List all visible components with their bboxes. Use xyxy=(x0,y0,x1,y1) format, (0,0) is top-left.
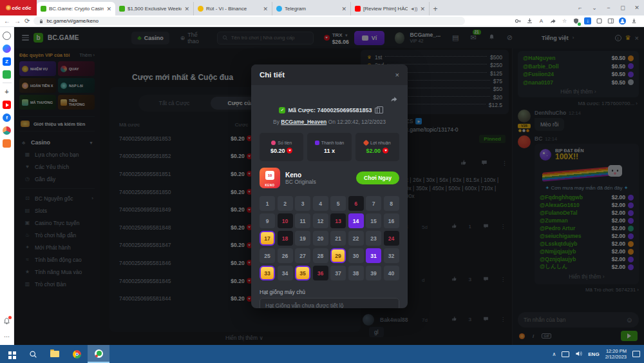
tray-network-icon[interactable] xyxy=(562,351,569,357)
tab-close-icon[interactable]: ✕ xyxy=(184,6,189,12)
forward-button[interactable]: → xyxy=(14,17,21,26)
keno-cell: 29 xyxy=(330,248,346,263)
keno-cell: 28 xyxy=(313,248,328,263)
stat-label: Thanh toán xyxy=(321,141,344,145)
reader-mode-icon[interactable]: ⌐ xyxy=(573,0,587,15)
sidebar-app-icon[interactable]: f xyxy=(3,113,11,122)
bet-details-modal: Chi tiết × ✓ Mã Cược: 74000250695581853 … xyxy=(251,64,408,308)
browser-tab[interactable]: Rút - Ví - Binance ✕ xyxy=(194,2,272,15)
minimize-button[interactable]: − xyxy=(601,0,616,15)
coccoc-brand-label: cốc cốc xyxy=(12,5,32,11)
profile-icon[interactable] xyxy=(619,17,626,25)
keno-cell: 3 xyxy=(295,196,310,211)
game-name: Keno xyxy=(285,172,316,179)
keno-game-icon[interactable]: 10KENO xyxy=(260,168,280,188)
start-button[interactable] xyxy=(0,345,22,363)
keno-cell: 17 xyxy=(260,231,275,246)
keno-cell: 23 xyxy=(366,231,381,246)
sidebar-app-icon[interactable] xyxy=(3,32,11,40)
stat-box: Thanh toán 11 x xyxy=(307,133,351,161)
bet-author-link[interactable]: BCGame_Heaven xyxy=(281,119,327,125)
coccoc-brand[interactable]: cốc cốc xyxy=(0,0,37,15)
tab-close-icon[interactable]: ✕ xyxy=(341,6,346,12)
sidebar-toggle-icon[interactable] xyxy=(607,17,614,25)
keno-cell: 19 xyxy=(295,231,310,246)
sidebar-app-icon[interactable]: + xyxy=(3,88,11,96)
close-button[interactable]: ✕ xyxy=(630,0,644,15)
stat-box: Số tiền $0.20 xyxy=(260,133,303,161)
url-box[interactable]: bc.game/vi/game/keno xyxy=(33,17,465,25)
tab-search-icon[interactable]: ⌄ xyxy=(587,0,601,15)
keno-cell: 35 xyxy=(295,266,310,280)
tray-language[interactable]: ENG xyxy=(588,351,599,357)
reload-button[interactable]: ⟳ xyxy=(24,17,30,26)
tab-close-icon[interactable]: ✕ xyxy=(106,6,111,12)
sidebar-app-icon[interactable] xyxy=(3,83,12,83)
file-explorer-button[interactable] xyxy=(44,345,66,363)
sidebar-app-icon[interactable] xyxy=(3,139,11,148)
downloads-icon[interactable] xyxy=(630,17,638,25)
action-center-icon[interactable] xyxy=(632,351,640,357)
browser-tab[interactable]: Telegram ✕ xyxy=(272,2,351,15)
browser-tab[interactable]: $1,500 Exclusive Weekend K ✕ xyxy=(115,2,194,15)
keno-cell: 40 xyxy=(384,266,399,280)
server-seed-value[interactable]: Hạt Giống vẫn chưa được tiết lộ xyxy=(260,298,399,308)
stat-value: 11 x xyxy=(324,148,335,154)
tray-clock[interactable]: 12:20 PM 2/12/2023 xyxy=(605,348,627,360)
tray-volume-icon[interactable] xyxy=(575,348,582,360)
share-icon[interactable] xyxy=(390,94,398,106)
sidebar-app-icon[interactable] xyxy=(3,44,11,53)
stat-icon xyxy=(271,141,276,145)
keno-cell: 1 xyxy=(260,196,275,211)
share-icon[interactable] xyxy=(549,17,556,25)
sidebar-app-icon[interactable]: Z xyxy=(3,57,11,66)
adblock-shield-icon[interactable] xyxy=(573,17,580,25)
key-icon[interactable] xyxy=(515,17,522,25)
extensions-icon[interactable] xyxy=(596,17,603,25)
play-now-button[interactable]: Chơi Ngay xyxy=(356,172,399,184)
keno-cell: 25 xyxy=(260,248,275,263)
browser-tab[interactable]: BC.Game: Crypto Casino Gan ✕ xyxy=(37,2,115,15)
keno-cell: 24 xyxy=(384,231,399,246)
keno-cell: 4 xyxy=(313,196,328,211)
taskbar-search-button[interactable] xyxy=(22,345,44,363)
keno-cell: 5 xyxy=(330,196,346,211)
back-button[interactable]: ← xyxy=(4,17,10,26)
tab-favicon xyxy=(355,6,361,12)
tab-favicon xyxy=(198,6,204,12)
notification-bell-icon[interactable] xyxy=(3,317,11,328)
sidebar-app-icon[interactable] xyxy=(3,126,11,135)
adblock-badge xyxy=(578,23,581,26)
bookmark-star-icon[interactable]: ☆ xyxy=(561,17,568,25)
keno-cell: 31 xyxy=(366,248,381,263)
bet-datetime: 12:20:42, 12/2/2023 xyxy=(337,119,386,125)
tab-favicon xyxy=(41,6,46,12)
sidebar-app-icon[interactable] xyxy=(3,70,11,79)
tab-audio-icon[interactable]: ◄)) xyxy=(410,6,418,11)
modal-title: Chi tiết xyxy=(260,71,395,79)
trx-coin-icon xyxy=(383,148,388,153)
tray-expand-icon[interactable]: ∧ xyxy=(552,351,556,357)
tab-favicon xyxy=(276,6,282,12)
coccoc-button[interactable] xyxy=(88,345,109,363)
maximize-button[interactable]: ◻ xyxy=(616,0,630,15)
keno-cell: 6 xyxy=(348,196,364,211)
sidebar-app-icon[interactable] xyxy=(3,101,11,109)
browser-tab[interactable]: [Review Phim] HÀO QUA ◄)) ✕ xyxy=(351,2,430,15)
new-tab-button[interactable]: + xyxy=(430,4,441,15)
stat-box: Lợi nhuận $2.00 xyxy=(355,133,399,161)
keno-cell: 36 xyxy=(313,266,328,280)
coccoc-mascot-icon xyxy=(6,5,11,10)
tab-close-icon[interactable]: ✕ xyxy=(420,6,425,12)
save-page-icon[interactable] xyxy=(526,17,533,25)
copy-icon[interactable] xyxy=(375,108,380,113)
sidebar-more-icon[interactable]: ⋯ xyxy=(0,333,14,340)
download-manager-icon[interactable]: ↓ xyxy=(584,17,591,25)
tab-title: $1,500 Exclusive Weekend K xyxy=(128,6,182,12)
translate-icon[interactable]: A xyxy=(538,17,545,25)
stat-value: $0.20 xyxy=(270,148,285,154)
modal-close-icon[interactable]: × xyxy=(395,71,399,79)
tab-close-icon[interactable]: ✕ xyxy=(263,6,268,12)
tab-title: BC.Game: Crypto Casino Gan xyxy=(49,6,104,12)
chrome-button[interactable] xyxy=(66,345,88,363)
